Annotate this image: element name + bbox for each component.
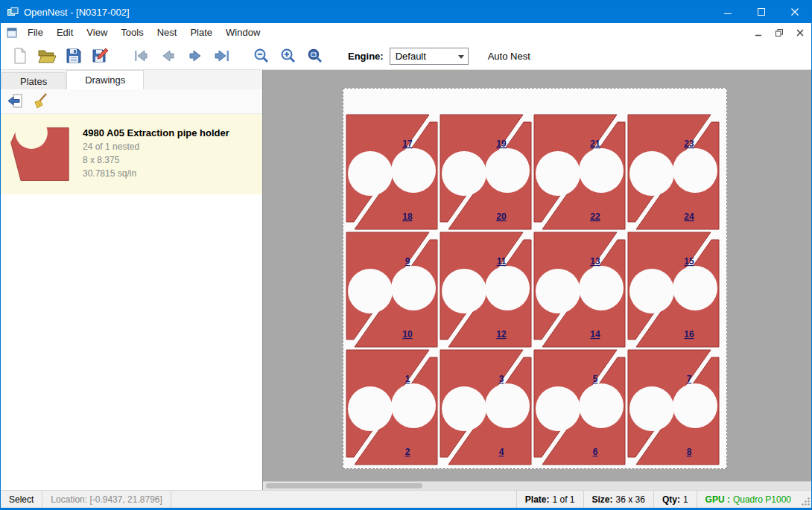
part-hole — [629, 269, 674, 313]
engine-select[interactable]: Default — [390, 48, 469, 65]
drawing-area: 30.7815 sq/in — [83, 168, 229, 179]
sidebar: PlatesDrawings — [1, 70, 263, 490]
part-number: 2 — [405, 447, 410, 457]
save-edit-icon[interactable] — [87, 45, 114, 67]
part-hole — [579, 383, 624, 428]
part-hole — [579, 266, 624, 310]
nest-pair-cell[interactable]: 19 20 — [439, 113, 533, 231]
go-next-icon[interactable] — [181, 45, 208, 67]
menu-view[interactable]: View — [80, 23, 114, 42]
window-maximize-icon[interactable] — [744, 1, 778, 23]
window-minimize-icon[interactable] — [711, 1, 744, 23]
part-number: 15 — [684, 256, 694, 267]
part-number: 3 — [499, 374, 504, 384]
statusbar: Select Location: [-0.9437, 21.8796] Plat… — [1, 490, 811, 508]
nest-pair-cell[interactable]: 11 12 — [439, 231, 533, 348]
app-icon — [7, 6, 19, 18]
part-number: 6 — [593, 447, 598, 457]
menubar: FileEditViewToolsNestPlateWindow — [1, 23, 811, 42]
part-number: 23 — [684, 138, 694, 149]
child-minimize-icon[interactable] — [751, 26, 766, 39]
tab-plates[interactable]: Plates — [1, 72, 66, 89]
menu-edit[interactable]: Edit — [50, 23, 80, 42]
nest-pair-cell[interactable]: 5 6 — [533, 348, 627, 466]
part-number: 19 — [496, 138, 507, 149]
part-number: 24 — [684, 211, 694, 222]
nest-canvas[interactable]: 17 18 19 20 21 22 23 24 9 10 — [263, 70, 811, 490]
part-thumbnail — [8, 123, 71, 185]
menu-plate[interactable]: Plate — [183, 23, 219, 42]
auto-nest-button[interactable]: Auto Nest — [488, 51, 530, 62]
part-hole — [442, 269, 486, 313]
part-hole — [391, 148, 436, 193]
part-hole — [536, 386, 580, 431]
part-hole — [348, 386, 393, 431]
document-icon — [6, 27, 18, 39]
child-restore-icon[interactable] — [772, 26, 787, 39]
status-qty: Qty:1 — [653, 491, 697, 508]
part-number: 11 — [497, 256, 507, 267]
toolbar: Engine: Default Auto Nest — [1, 42, 811, 70]
part-number: 1 — [405, 374, 410, 384]
sidebar-tabs: PlatesDrawings — [1, 70, 262, 89]
horizontal-scrollbar[interactable] — [263, 481, 811, 490]
go-last-icon[interactable] — [208, 45, 235, 67]
part-hole — [485, 148, 530, 193]
status-size: Size:36 x 36 — [583, 491, 653, 508]
menu-window[interactable]: Window — [219, 23, 267, 42]
window-close-icon[interactable] — [778, 1, 811, 23]
nest-pair-cell[interactable]: 3 4 — [439, 348, 533, 466]
part-hole — [391, 383, 436, 428]
part-hole — [348, 269, 393, 313]
part-hole — [629, 151, 674, 196]
status-gpu: GPU :Quadro P1000 — [697, 491, 799, 508]
part-hole — [673, 383, 717, 428]
zoom-fit-icon[interactable] — [302, 45, 329, 67]
send-to-plate-icon[interactable] — [4, 92, 25, 111]
zoom-out-icon[interactable] — [248, 45, 275, 67]
go-first-icon[interactable] — [127, 45, 154, 67]
drawing-dimensions: 8 x 8.375 — [83, 155, 229, 165]
part-hole — [442, 151, 486, 196]
nest-pair-cell[interactable]: 21 22 — [533, 113, 627, 231]
drawings-toolbar — [1, 89, 262, 114]
part-hole — [579, 148, 624, 193]
save-icon[interactable] — [60, 45, 87, 67]
tab-drawings[interactable]: Drawings — [66, 70, 144, 89]
resize-grip[interactable] — [799, 491, 811, 508]
nest-pair-cell[interactable]: 15 16 — [627, 231, 720, 348]
nest-pair-cell[interactable]: 9 10 — [345, 231, 439, 348]
nest-pair-cell[interactable]: 23 24 — [627, 113, 720, 231]
part-number: 21 — [590, 138, 600, 149]
go-previous-icon[interactable] — [154, 45, 181, 67]
part-hole — [485, 266, 530, 310]
nest-pair-cell[interactable]: 13 14 — [533, 231, 627, 348]
nest-pair-cell[interactable]: 7 8 — [627, 348, 720, 466]
part-number: 16 — [684, 329, 694, 340]
plate[interactable]: 17 18 19 20 21 22 23 24 9 10 — [343, 88, 727, 469]
clear-broom-icon[interactable] — [30, 92, 51, 111]
nest-pair-cell[interactable]: 17 18 — [345, 113, 439, 231]
status-plate: Plate:1 of 1 — [516, 491, 583, 508]
part-number: 12 — [496, 329, 507, 340]
part-number: 9 — [405, 256, 410, 267]
menu-file[interactable]: File — [21, 23, 50, 42]
menu-nest[interactable]: Nest — [150, 23, 184, 42]
part-hole — [348, 151, 393, 196]
new-document-icon[interactable] — [7, 45, 34, 67]
part-hole — [673, 148, 717, 193]
drawing-nested-count: 24 of 1 nested — [83, 141, 229, 152]
scrollbar-thumb[interactable] — [266, 483, 422, 488]
menu-tools[interactable]: Tools — [114, 23, 150, 42]
zoom-in-icon[interactable] — [275, 45, 302, 67]
open-folder-icon[interactable] — [34, 45, 60, 67]
nest-pair-cell[interactable]: 1 2 — [345, 348, 439, 466]
drawing-list-item[interactable]: 4980 A05 Extraction pipe holder 24 of 1 … — [1, 114, 262, 194]
menu-items: FileEditViewToolsNestPlateWindow — [21, 23, 267, 42]
engine-value: Default — [396, 51, 426, 62]
child-close-icon[interactable] — [793, 26, 808, 39]
part-number: 4 — [499, 447, 504, 457]
engine-label: Engine: — [348, 51, 384, 62]
part-number: 13 — [590, 256, 600, 267]
part-number: 8 — [687, 447, 692, 457]
